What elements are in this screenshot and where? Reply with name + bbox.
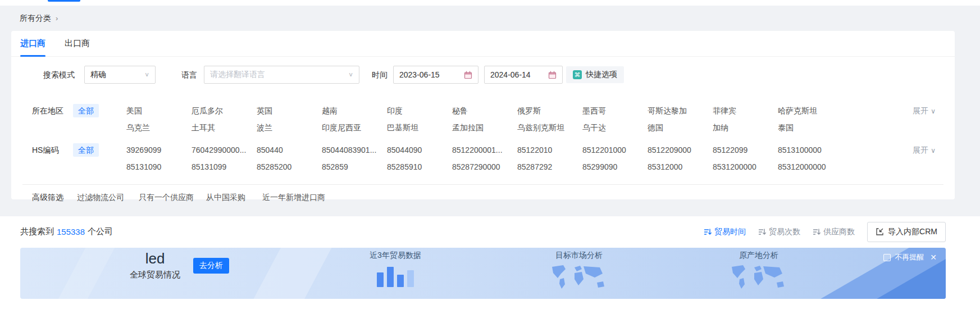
region-option[interactable]: 厄瓜多尔 — [192, 104, 257, 117]
end-date-value: 2024-06-14 — [490, 70, 531, 79]
analyze-button[interactable]: 去分析 — [193, 258, 229, 274]
hs-code-option[interactable]: 39269099 — [126, 144, 192, 156]
hs-code-option[interactable]: 85287292 — [517, 161, 582, 173]
region-option[interactable]: 印度 — [387, 104, 452, 117]
hs-code-option[interactable]: 85285200 — [257, 161, 322, 173]
sort-trade-count[interactable]: 贸易次数 — [758, 227, 800, 237]
region-option[interactable]: 乌干达 — [582, 121, 648, 134]
hs-code-option[interactable]: 852859 — [322, 161, 387, 173]
summary-suffix: 个公司 — [88, 226, 113, 237]
hs-code-option[interactable]: 85044090 — [387, 144, 452, 156]
sort-label: 贸易时间 — [714, 227, 746, 237]
dont-remind-checkbox[interactable] — [883, 254, 891, 261]
hs-code-option[interactable]: 85285910 — [387, 161, 452, 173]
hs-code-option[interactable]: 85299090 — [582, 161, 648, 173]
region-option[interactable]: 印度尼西亚 — [322, 121, 387, 134]
section-title: 近3年贸易数据 — [350, 251, 440, 261]
advanced-option-buy-from-china[interactable]: 从中国采购 — [206, 190, 245, 204]
breadcrumb[interactable]: 所有分类› — [20, 6, 58, 31]
region-option[interactable]: 秘鲁 — [452, 104, 517, 117]
region-label: 所在地区 — [32, 104, 63, 117]
sort-label: 供应商数 — [823, 227, 855, 237]
bar — [387, 267, 394, 287]
results-bar: 共搜索到 155338 个公司 贸易时间 贸易次数 供应商数 导入内部CRM — [0, 216, 980, 247]
calendar-icon — [548, 71, 557, 79]
region-option[interactable]: 墨西哥 — [582, 104, 648, 117]
region-option[interactable]: 美国 — [126, 104, 192, 117]
hs-code-option[interactable]: 85044083901... — [322, 144, 387, 156]
quick-options-button[interactable]: ⌘ 快捷选项 — [566, 66, 624, 83]
hs-code-option[interactable]: 8512200001... — [452, 144, 517, 156]
chevron-right-icon: › — [56, 14, 58, 22]
region-option[interactable]: 俄罗斯 — [517, 104, 582, 117]
hs-code-option[interactable]: 85312000 — [648, 161, 713, 173]
analysis-promo-banner: led 全球贸易情况 去分析 近3年贸易数据 目标市场分析 原产地分析 — [20, 248, 946, 299]
bar — [397, 275, 404, 287]
hs-code-option[interactable]: 85122099 — [713, 144, 778, 156]
region-option[interactable]: 德国 — [648, 121, 713, 134]
expand-label: 展开 — [913, 106, 928, 115]
bar — [407, 270, 414, 287]
sort-icon — [813, 228, 821, 236]
advanced-option-new-importers[interactable]: 近一年新增进口商 — [262, 190, 325, 204]
sort-supplier-count[interactable]: 供应商数 — [813, 227, 855, 237]
section-title: 目标市场分析 — [534, 251, 624, 261]
sort-trade-time[interactable]: 贸易时间 — [704, 227, 746, 237]
banner-section-origin-analysis: 原产地分析 — [714, 251, 804, 293]
hs-code-option[interactable]: 85122010 — [517, 144, 582, 156]
hs-code-option[interactable]: 8512209000 — [648, 144, 713, 156]
advanced-option-filter-logistics[interactable]: 过滤物流公司 — [77, 190, 124, 204]
region-option[interactable]: 英国 — [257, 104, 322, 117]
tab-exporters[interactable]: 出口商 — [65, 31, 90, 56]
sort-icon — [704, 228, 712, 236]
region-option[interactable]: 孟加拉国 — [452, 121, 517, 134]
region-option[interactable]: 土耳其 — [192, 121, 257, 134]
hs-code-option[interactable]: 850440 — [257, 144, 322, 156]
sort-label: 贸易次数 — [769, 227, 800, 237]
region-option[interactable]: 乌兹别克斯坦 — [517, 121, 582, 134]
tab-importers[interactable]: 进口商 — [20, 31, 45, 56]
hs-code-option[interactable]: 8512201000 — [582, 144, 648, 156]
region-option[interactable]: 菲律宾 — [713, 104, 778, 117]
region-option[interactable]: 越南 — [322, 104, 387, 117]
search-card: 进口商 出口商 搜索模式 精确 ∨ 语言 请选择翻译语言 ∨ 时间 2023-0… — [11, 31, 955, 199]
end-date-input[interactable]: 2024-06-14 — [484, 66, 563, 84]
chevron-down-icon: ∨ — [348, 71, 353, 78]
region-expand-link[interactable]: 展开∨ — [913, 104, 936, 117]
region-all-tag[interactable]: 全部 — [73, 104, 99, 117]
search-mode-select[interactable]: 精确 ∨ — [84, 66, 156, 84]
hs-code-option[interactable]: 85312000000 — [778, 161, 843, 173]
region-option[interactable]: 巴基斯坦 — [387, 121, 452, 134]
hs-code-option[interactable]: 8513100000 — [778, 144, 843, 156]
hs-code-option[interactable]: 85131099 — [192, 161, 257, 173]
import-crm-button[interactable]: 导入内部CRM — [867, 222, 946, 242]
region-option[interactable]: 哥斯达黎加 — [648, 104, 713, 117]
command-icon: ⌘ — [573, 70, 582, 79]
app-root: 所有分类› 进口商 出口商 搜索模式 精确 ∨ 语言 请选择翻译语言 ∨ 时间 … — [0, 0, 980, 332]
close-icon[interactable]: ✕ — [930, 253, 937, 262]
hs-code-option[interactable]: 85287290000 — [452, 161, 517, 173]
calendar-icon — [464, 71, 472, 79]
start-date-value: 2023-06-15 — [399, 70, 440, 79]
advanced-option-single-supplier[interactable]: 只有一个供应商 — [139, 190, 194, 204]
region-option[interactable]: 加纳 — [713, 121, 778, 134]
region-option[interactable]: 泰国 — [778, 121, 843, 134]
advanced-filter-label: 高级筛选 — [32, 190, 63, 204]
hs-code-option[interactable]: 8531200000 — [713, 161, 778, 173]
summary-prefix: 共搜索到 — [20, 226, 54, 237]
language-select[interactable]: 请选择翻译语言 ∨ — [204, 66, 359, 84]
hs-all-tag[interactable]: 全部 — [73, 143, 99, 157]
hs-expand-link[interactable]: 展开∨ — [913, 143, 936, 157]
hs-code-option[interactable]: 85131090 — [126, 161, 192, 173]
language-label: 语言 — [181, 66, 197, 84]
results-toolbar: 贸易时间 贸易次数 供应商数 导入内部CRM — [704, 222, 946, 242]
region-option[interactable]: 波兰 — [257, 121, 322, 134]
active-tab-indicator — [48, 0, 80, 2]
region-option[interactable]: 乌克兰 — [126, 121, 192, 134]
banner-keyword-block: led 全球贸易情况 — [121, 250, 189, 280]
import-crm-label: 导入内部CRM — [888, 227, 937, 237]
start-date-input[interactable]: 2023-06-15 — [393, 66, 478, 84]
region-option[interactable]: 哈萨克斯坦 — [778, 104, 843, 117]
hs-code-option[interactable]: 76042990000... — [192, 144, 257, 156]
bar — [377, 272, 384, 287]
